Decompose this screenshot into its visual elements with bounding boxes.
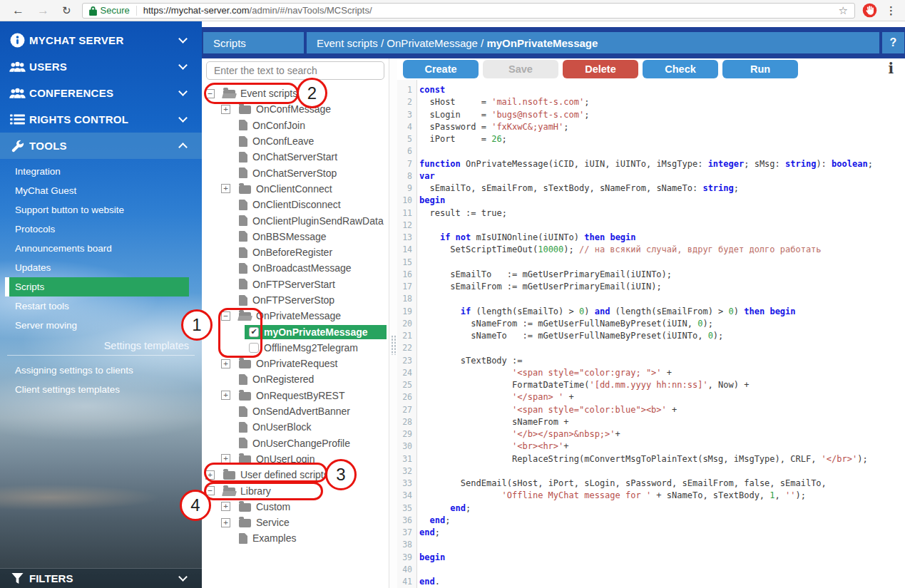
tree-item-onclientdisconnect[interactable]: OnClientDisconnect (202, 197, 387, 212)
code-line[interactable]: end. (416, 576, 440, 588)
tree-item-onuserchangeprofile[interactable]: OnUserChangeProfile (202, 435, 387, 451)
tree-item-onclientconnect[interactable]: +OnClientConnect (202, 181, 387, 197)
browser-menu-icon[interactable]: ⋮ (886, 4, 896, 17)
code-line[interactable] (416, 539, 419, 551)
tree-item-onchatserverstop[interactable]: OnChatServerStop (202, 165, 387, 180)
back-icon[interactable]: ← (12, 4, 24, 16)
bookmark-star-icon[interactable]: ☆ (839, 4, 848, 17)
info-icon[interactable]: i (888, 60, 894, 77)
code-line[interactable] (416, 220, 419, 232)
help-button[interactable]: ? (882, 32, 904, 53)
code-line[interactable]: function OnPrivateMessage(iCID, iUIN, iU… (416, 158, 873, 170)
run-button[interactable]: Run (722, 60, 798, 78)
tree-item-onsendadvertbanner[interactable]: OnSendAdvertBanner (202, 403, 387, 419)
tree-item-onuserblock[interactable]: OnUserBlock (202, 419, 387, 435)
expand-icon[interactable]: + (221, 454, 230, 463)
code-line[interactable]: SendEmail(sHost, iPort, sLogin, sPasswor… (416, 478, 827, 490)
code-line[interactable]: FormatDateTime('[dd.mm.yyyy hh:nn:ss]', … (416, 379, 749, 391)
tree-item-onftpserverstart[interactable]: OnFTPServerStart (202, 277, 387, 292)
check-button[interactable]: Check (643, 60, 718, 78)
sidebar-item-protocols[interactable]: Protocols (0, 220, 202, 239)
sidebar-item-mychat-guest[interactable]: MyChat Guest (0, 181, 202, 200)
tree-item-onconfjoin[interactable]: OnConfJoin (202, 118, 387, 133)
code-line[interactable] (416, 257, 419, 269)
tab-scripts[interactable]: Scripts (203, 32, 304, 53)
code-line[interactable]: const (416, 84, 445, 96)
tree-item-event-scripts[interactable]: −Event scripts (202, 86, 387, 101)
checkbox-checked[interactable] (249, 327, 259, 337)
tree-item-user-defined-scripts[interactable]: +User defined scripts (202, 467, 387, 483)
sidebar-item-restart-tools[interactable]: Restart tools (0, 296, 202, 316)
code-line[interactable] (416, 564, 419, 576)
code-line[interactable]: end; (416, 515, 450, 527)
checkbox-unchecked[interactable] (249, 343, 259, 353)
code-line[interactable]: sNameTo := mGetUserFullNameByPreset(iUIN… (416, 330, 723, 342)
code-line[interactable]: '<span style="color:gray; ">' + (416, 367, 672, 379)
address-bar[interactable]: Secure https://mychat-server.com/admin/#… (82, 3, 855, 19)
code-lines[interactable]: 1const2 sHost = 'mail.nsoft-s.com';3 sLo… (397, 80, 905, 588)
sidebar-item-updates[interactable]: Updates (0, 258, 202, 277)
tree-item-custom[interactable]: +Custom (202, 499, 387, 515)
expand-icon[interactable]: + (221, 518, 230, 527)
sidebar-item-scripts[interactable]: Scripts (5, 277, 189, 296)
tree-item-service[interactable]: +Service (202, 515, 387, 530)
delete-button[interactable]: Delete (563, 60, 638, 78)
code-line[interactable]: ReplaceString(mConvertMsgToPlainText(sMs… (416, 453, 868, 465)
tree-item-onrequestbyrest[interactable]: +OnRequestByREST (202, 388, 387, 403)
code-line[interactable]: begin (416, 195, 445, 207)
expand-icon[interactable]: + (221, 359, 230, 368)
code-line[interactable]: '</span> ' + (416, 391, 574, 403)
code-line[interactable]: 'Offline MyChat message for ' + sNameTo,… (416, 490, 806, 502)
panel-splitter[interactable] (389, 58, 397, 588)
tree-item-onbroadcastmessage[interactable]: OnBroadcastMessage (202, 260, 387, 276)
code-line[interactable]: sLogin = 'bugs@nsoft-s.com'; (416, 109, 589, 121)
expand-icon[interactable]: + (221, 391, 230, 400)
code-line[interactable]: begin (416, 552, 445, 564)
sidebar-section-mychat-server[interactable]: MYCHAT SERVER (0, 27, 202, 53)
tree-item-onuserlogin[interactable]: +OnUserLogin (202, 451, 387, 467)
expand-icon[interactable]: + (221, 105, 230, 114)
forward-icon[interactable]: → (37, 4, 49, 16)
tree-item-onprivatemessage[interactable]: −OnPrivateMessage (202, 308, 387, 324)
sidebar-section-users[interactable]: USERS (0, 53, 202, 80)
reload-icon[interactable]: ↻ (62, 5, 71, 16)
code-line[interactable]: if not mIsUINOnline(iUINTo) then begin (416, 232, 636, 244)
code-line[interactable]: if (length(sEmailTo) > 0) and (length(sE… (416, 306, 796, 318)
code-line[interactable]: '</b></span>&nbsp;>'+ (416, 428, 620, 440)
tree-item-examples[interactable]: Examples (202, 530, 387, 546)
sidebar-item-client-settings-templates[interactable]: Client settings templates (0, 380, 202, 399)
code-line[interactable]: sHost = 'mail.nsoft-s.com'; (416, 96, 589, 108)
code-line[interactable]: sPassword = 'fxKxwC&;yamH'; (416, 121, 569, 133)
sidebar-section-rights-control[interactable]: RIGHTS CONTROL (0, 106, 202, 133)
tree-item-onbbsmessage[interactable]: OnBBSMessage (202, 229, 387, 244)
code-line[interactable]: sEmailTo, sEmailFrom, sTextBody, sNameFr… (416, 182, 739, 195)
code-line[interactable]: SetScriptTimeOut(10000); // на всякий сл… (416, 244, 822, 256)
code-line[interactable]: sNameFrom := mGetUserFullNameByPreset(iU… (416, 318, 713, 330)
code-line[interactable]: '<span style="color:blue"><b>' + (416, 404, 677, 416)
code-line[interactable]: '<br><hr>'+ (416, 440, 569, 453)
expand-icon[interactable]: + (221, 502, 230, 511)
code-line[interactable] (416, 465, 419, 478)
collapse-icon[interactable]: − (221, 311, 230, 321)
code-line[interactable]: var (416, 170, 435, 182)
search-input[interactable] (206, 61, 384, 80)
tree-item-onftpserverstop[interactable]: OnFTPServerStop (202, 292, 387, 308)
tree-item-offlinemsg2telegram[interactable]: OfflineMsg2Telegram (202, 340, 387, 356)
code-line[interactable]: end; (416, 502, 471, 515)
tree-item-onregistered[interactable]: OnRegistered (202, 371, 387, 387)
tree-item-myonprivatemessage[interactable]: myOnPrivateMessage (202, 324, 387, 339)
tree-item-library[interactable]: −Library (202, 483, 387, 498)
code-line[interactable] (416, 145, 419, 158)
tree-item-onbeforeregister[interactable]: OnBeforeRegister (202, 244, 387, 260)
code-line[interactable]: sNameFrom + (416, 416, 569, 428)
sidebar-item-assigning-settings-to-clients[interactable]: Assigning settings to clients (0, 361, 202, 380)
expand-icon[interactable]: + (221, 184, 230, 193)
sidebar-item-filters[interactable]: FILTERS (0, 568, 202, 588)
tree-item-onclientpluginsendrawdata[interactable]: OnClientPluginSendRawData (202, 212, 387, 228)
code-line[interactable]: end; (416, 527, 440, 539)
expand-icon[interactable]: + (205, 470, 215, 480)
code-line[interactable]: sEmailFrom := mGetUserPrimaryEmail(iUIN)… (416, 281, 662, 293)
sidebar-section-conferences[interactable]: CONFERENCES (0, 80, 202, 106)
code-line[interactable] (416, 342, 419, 354)
sidebar-item-server-moving[interactable]: Server moving (0, 316, 202, 335)
